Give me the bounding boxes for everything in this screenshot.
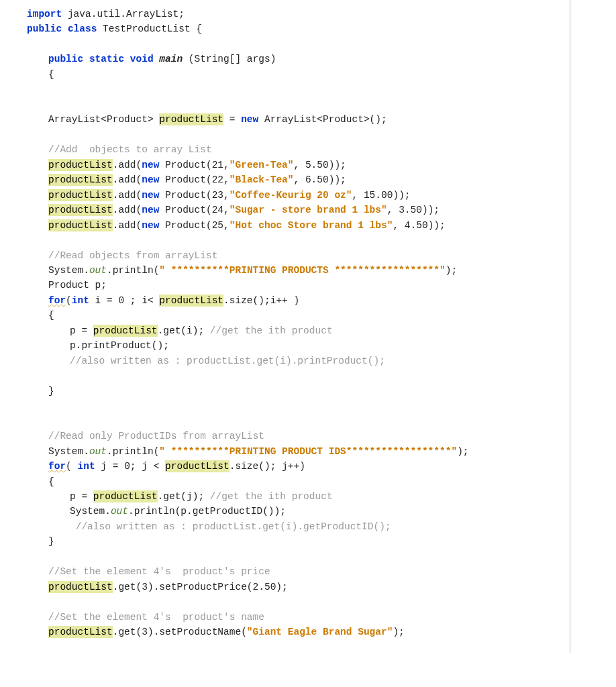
code-line: productList.add(new Product(21,"Green-Te… (27, 158, 570, 172)
code-line: public static void main (String[] args) (27, 52, 570, 66)
code-line: p.printProduct(); (27, 338, 570, 353)
blank-line (27, 549, 570, 564)
code-line: { (27, 308, 570, 323)
code-editor-view: import java.util.ArrayList; public class… (0, 0, 570, 653)
code-line: { (27, 474, 570, 489)
keyword-public-class: public class (27, 23, 97, 34)
comment-line: //Read only ProductIDs from arrayList (27, 429, 570, 443)
keyword-import: import (27, 9, 62, 19)
comment-line: //Set the element 4's product's price (27, 564, 570, 579)
comment-line: //also written as : productList.get(i).g… (27, 519, 570, 534)
code-line: productList.get(3).setProductPrice(2.50)… (27, 580, 570, 594)
code-line: } (27, 534, 570, 549)
blank-line (27, 127, 570, 142)
code-line: productList.add(new Product(24,"Sugar - … (27, 203, 570, 217)
comment-line: //also written as : productList.get(i).p… (27, 354, 570, 368)
code-line: ArrayList<Product> productList = new Arr… (27, 112, 570, 127)
code-line: System.out.println(" **********PRINTING … (27, 263, 570, 278)
highlight-variable: productList (159, 113, 223, 125)
code-line: Product p; (27, 278, 570, 293)
blank-line (27, 233, 570, 248)
code-line: public class TestProductList { (27, 21, 570, 36)
code-line: productList.add(new Product(25,"Hot choc… (27, 218, 570, 233)
comment-line: //Add objects to array List (27, 142, 570, 157)
comment-line: //Read objects from arrayList (27, 248, 570, 263)
blank-line (27, 97, 570, 112)
comment-line: //Set the element 4's product's name (27, 610, 570, 625)
method-main: main (154, 54, 183, 64)
blank-line (27, 82, 570, 97)
blank-line (27, 368, 570, 383)
code-line: productList.add(new Product(23,"Coffee-K… (27, 188, 570, 203)
code-line: import java.util.ArrayList; (27, 7, 570, 21)
code-line: productList.add(new Product(22,"Black-Te… (27, 172, 570, 187)
code-line: p = productList.get(j); //get the ith pr… (27, 489, 570, 504)
blank-line (27, 399, 570, 413)
blank-line (27, 37, 570, 52)
code-line: } (27, 384, 570, 399)
blank-line (27, 594, 570, 609)
code-line: for(int i = 0 ; i< productList.size();i+… (27, 293, 570, 308)
blank-line (27, 414, 570, 429)
code-line: p = productList.get(i); //get the ith pr… (27, 323, 570, 338)
code-line: productList.get(3).setProductName("Giant… (27, 625, 570, 639)
code-line: System.out.println(p.getProductID()); (27, 504, 570, 519)
code-line: for( int j = 0; j < productList.size(); … (27, 459, 570, 474)
code-line: { (27, 67, 570, 82)
code-line: System.out.println(" **********PRINTING … (27, 444, 570, 459)
